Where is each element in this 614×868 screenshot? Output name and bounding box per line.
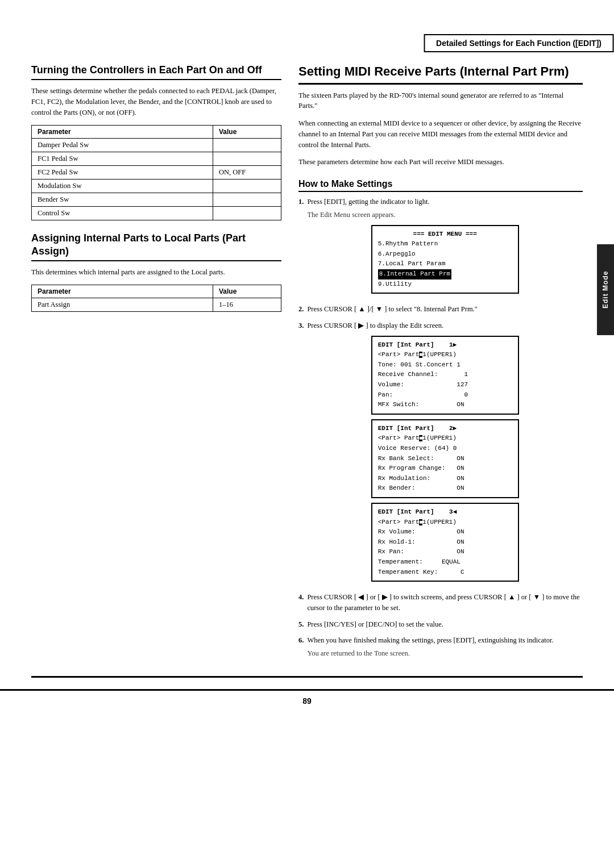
steps-list: 1. Press [EDIT], getting the indicator t… — [298, 197, 583, 659]
col-header-value: Value — [213, 285, 281, 298]
step-text-3: Press CURSOR [ ▶ ] to display the Edit s… — [307, 322, 443, 329]
lcd-s3-line6: Temperament Key: C — [378, 567, 512, 578]
step-num-5: 5. — [298, 619, 304, 630]
lcd-s2-line4: Rx Program Change: ON — [378, 464, 512, 474]
step-num-1: 1. — [298, 197, 304, 298]
table-row: Part Assign 1–16 — [32, 298, 281, 312]
step-text-4: Press CURSOR [ ◀ ] or [ ▶ ] to switch sc… — [307, 593, 579, 612]
step-num-4: 4. — [298, 592, 304, 614]
step-1: 1. Press [EDIT], getting the indicator t… — [298, 197, 583, 298]
right-column: Setting MIDI Receive Parts (Internal Par… — [298, 64, 583, 665]
col-header-parameter: Parameter — [32, 125, 213, 138]
table-row: Bender Sw — [32, 193, 281, 206]
lcd-s3-line4: Rx Pan: ON — [378, 547, 512, 557]
value-cell — [213, 152, 281, 165]
step-text-6: When you have finished making the settin… — [307, 636, 553, 644]
step-content-5: Press [INC/YES] or [DEC/NO] to set the v… — [307, 619, 583, 630]
param-cell: FC2 Pedal Sw — [32, 165, 213, 179]
lcd-screen-3: EDIT [Int Part] 3◀ <Part> Part■1(UPPER1)… — [371, 503, 519, 582]
section-controllers-body: These settings determine whether the ped… — [31, 86, 281, 118]
lcd-s1-line5: Pan: 0 — [378, 390, 512, 400]
sidebar-tab-label: Edit Mode — [601, 271, 609, 308]
table-row: Modulation Sw — [32, 179, 281, 193]
param-cell: Modulation Sw — [32, 179, 213, 193]
sidebar-tab: Edit Mode — [597, 244, 614, 335]
lcd-s3-line2: Rx Volume: ON — [378, 527, 512, 537]
step-sub-1: The Edit Menu screen appears. — [307, 210, 583, 220]
lcd-screen-1: EDIT [Int Part] 1▶ <Part> Part■1(UPPER1)… — [371, 336, 519, 415]
lcd-s3-header: EDIT [Int Part] 3◀ — [378, 507, 512, 518]
section-controllers: Turning the Controllers in Each Part On … — [31, 64, 281, 220]
section-part-assign-body: This determines which internal parts are… — [31, 267, 281, 278]
step-num-3: 3. — [298, 320, 304, 586]
param-cell: Part Assign — [32, 298, 213, 312]
step-content-6: When you have finished making the settin… — [307, 635, 583, 659]
page-container: Detailed Settings for Each Function ([ED… — [0, 17, 614, 868]
section-midi-intro1: The sixteen Parts played by the RD-700's… — [298, 90, 583, 112]
lcd-edit-menu: === EDIT MENU === 5.Rhythm Pattern 6.Arp… — [371, 225, 519, 294]
lcd-line-highlighted: 8.Internal Part Prm — [378, 269, 512, 279]
step-4: 4. Press CURSOR [ ◀ ] or [ ▶ ] to switch… — [298, 592, 583, 614]
value-cell: 1–16 — [213, 298, 281, 312]
step-num-6: 6. — [298, 635, 304, 659]
lcd-s2-header: EDIT [Int Part] 2▶ — [378, 424, 512, 434]
step-sub-6: You are returned to the Tone screen. — [307, 648, 583, 659]
step-content-3: Press CURSOR [ ▶ ] to display the Edit s… — [307, 320, 583, 586]
lcd-line-5: 9.Utility — [378, 279, 512, 290]
lcd-line-2: 6.Arpegglo — [378, 249, 512, 260]
lcd-s2-line1: <Part> Part■1(UPPER1) — [378, 433, 512, 444]
lcd-s2-line6: Rx Bender: ON — [378, 483, 512, 494]
lcd-s3-line5: Temperament: EQUAL — [378, 557, 512, 567]
step-num-2: 2. — [298, 304, 304, 315]
lcd-highlight-text: 8.Internal Part Prm — [378, 269, 451, 279]
step-text-1: Press [EDIT], getting the indicator to l… — [307, 198, 429, 206]
step-content-2: Press CURSOR [ ▲ ]/[ ▼ ] to select "8. I… — [307, 304, 583, 315]
lcd-s1-line2: Tone: 001 St.Concert 1 — [378, 360, 512, 370]
value-cell: ON, OFF — [213, 165, 281, 179]
step-content-1: Press [EDIT], getting the indicator to l… — [307, 197, 583, 298]
section-midi-intro3: These parameters determine how each Part… — [298, 157, 583, 168]
table-row: Damper Pedal Sw — [32, 138, 281, 152]
step-3: 3. Press CURSOR [ ▶ ] to display the Edi… — [298, 320, 583, 586]
left-column: Turning the Controllers in Each Part On … — [31, 64, 281, 665]
param-cell: FC1 Pedal Sw — [32, 152, 213, 165]
lcd-s3-line1: <Part> Part■1(UPPER1) — [378, 518, 512, 528]
lcd-line-1: 5.Rhythm Pattern — [378, 239, 512, 249]
col-header-parameter: Parameter — [32, 285, 213, 298]
step-5: 5. Press [INC/YES] or [DEC/NO] to set th… — [298, 619, 583, 630]
section-part-assign-title: Assigning Internal Parts to Local Parts … — [31, 232, 281, 262]
step-6: 6. When you have finished making the set… — [298, 635, 583, 659]
header-bar: Detailed Settings for Each Function ([ED… — [424, 34, 614, 52]
step-text-2: Press CURSOR [ ▲ ]/[ ▼ ] to select "8. I… — [307, 305, 478, 313]
how-to-section: How to Make Settings 1. Press [EDIT], ge… — [298, 179, 583, 659]
param-cell: Damper Pedal Sw — [32, 138, 213, 152]
lcd-s1-line1: <Part> Part■1(UPPER1) — [378, 350, 512, 360]
main-content: Turning the Controllers in Each Part On … — [31, 52, 583, 665]
section-part-assign: Assigning Internal Parts to Local Parts … — [31, 232, 281, 312]
lcd-s1-line6: MFX Switch: ON — [378, 400, 512, 410]
table-row: FC1 Pedal Sw — [32, 152, 281, 165]
step-text-5: Press [INC/YES] or [DEC/NO] to set the v… — [307, 620, 443, 628]
step-2: 2. Press CURSOR [ ▲ ]/[ ▼ ] to select "8… — [298, 304, 583, 315]
table-row: Control Sw — [32, 206, 281, 220]
value-cell — [213, 138, 281, 152]
controllers-table: Parameter Value Damper Pedal Sw FC1 Peda… — [31, 125, 281, 220]
how-to-title: How to Make Settings — [298, 179, 583, 192]
lcd-s1-line3: Receive Channel: 1 — [378, 370, 512, 380]
step-content-4: Press CURSOR [ ◀ ] or [ ▶ ] to switch sc… — [307, 592, 583, 614]
lcd-screen-2: EDIT [Int Part] 2▶ <Part> Part■1(UPPER1)… — [371, 419, 519, 498]
part-assign-table: Parameter Value Part Assign 1–16 — [31, 285, 281, 312]
lcd-s1-header: EDIT [Int Part] 1▶ — [378, 340, 512, 350]
table-row: FC2 Pedal Sw ON, OFF — [32, 165, 281, 179]
bottom-rule — [31, 676, 583, 678]
header-wrapper: Detailed Settings for Each Function ([ED… — [0, 17, 614, 52]
page-number: 89 — [0, 689, 614, 717]
lcd-header: === EDIT MENU === — [378, 229, 512, 240]
lcd-s2-line5: Rx Modulation: ON — [378, 474, 512, 484]
lcd-line-3: 7.Local Part Param — [378, 259, 512, 269]
section-controllers-title: Turning the Controllers in Each Part On … — [31, 64, 281, 80]
section-midi-title: Setting MIDI Receive Parts (Internal Par… — [298, 64, 583, 85]
param-cell: Control Sw — [32, 206, 213, 220]
lcd-s1-line4: Volume: 127 — [378, 380, 512, 390]
lcd-s2-line3: Rx Bank Select: ON — [378, 454, 512, 464]
